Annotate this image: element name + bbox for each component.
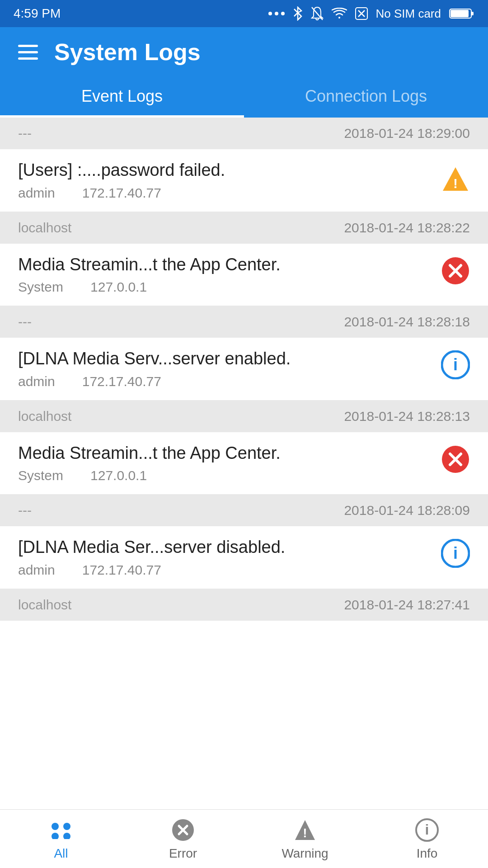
log-entry-user: admin [18,185,55,201]
nav-all[interactable]: All [0,810,122,868]
log-entry-meta: System 127.0.0.1 [18,279,430,295]
nav-warning-label: Warning [282,846,328,861]
log-header-row: localhost 2018-01-24 18:27:41 [0,589,488,621]
log-list: --- 2018-01-24 18:29:00 [Users] :....pas… [0,118,488,809]
no-sim-label: No SIM card [376,7,441,21]
nav-all-label: All [54,846,68,861]
log-header-sep: localhost [18,409,71,424]
log-entry-meta: admin 172.17.40.77 [18,562,430,578]
svg-point-25 [63,833,70,839]
log-header-row: --- 2018-01-24 18:29:00 [0,118,488,149]
nav-warning[interactable]: ! Warning [244,810,366,868]
log-entry-icon-container: ! [441,163,470,192]
svg-text:i: i [425,821,429,838]
status-bar: 4:59 PM No SIM card [0,0,488,27]
log-entry[interactable]: [DLNA Media Serv...server enabled. admin… [0,338,488,401]
log-entry-ip: 127.0.0.1 [90,468,147,483]
svg-text:i: i [453,544,458,562]
error-nav-icon [170,817,196,843]
svg-text:i: i [453,355,458,374]
log-header-date: 2018-01-24 18:28:22 [344,220,470,236]
status-icons: No SIM card [268,6,475,21]
svg-point-0 [268,12,272,15]
log-header-row: localhost 2018-01-24 18:28:13 [0,401,488,432]
log-header-row: --- 2018-01-24 18:28:18 [0,306,488,338]
svg-point-2 [281,12,285,15]
svg-rect-8 [450,10,469,17]
warning-icon: ! [441,165,470,190]
log-entry-user: admin [18,374,55,389]
svg-text:!: ! [303,826,307,840]
muted-bell-icon [311,6,324,21]
tab-bar: Event Logs Connection Logs [0,77,488,118]
warning-nav-icon: ! [292,817,318,843]
svg-text:!: ! [453,176,458,191]
log-entry-title: [DLNA Media Serv...server enabled. [18,349,430,369]
log-header-sep: localhost [18,597,71,613]
log-header-sep: --- [18,503,32,518]
log-entry-meta: System 127.0.0.1 [18,468,430,483]
log-entry-ip: 172.17.40.77 [82,185,161,201]
tab-event-logs[interactable]: Event Logs [0,77,244,118]
log-header-date: 2018-01-24 18:28:13 [344,409,470,424]
info-nav-icon: i [414,817,440,843]
log-entry-icon-container [441,257,470,286]
log-entry[interactable]: Media Streamin...t the App Center. Syste… [0,244,488,307]
log-entry-content: Media Streamin...t the App Center. Syste… [18,443,430,484]
log-entry-ip: 127.0.0.1 [90,279,147,295]
log-entry-title: [DLNA Media Ser...server disabled. [18,537,430,558]
log-header-date: 2018-01-24 18:27:41 [344,597,470,613]
status-time: 4:59 PM [14,6,61,21]
menu-button[interactable] [18,45,38,60]
log-entry[interactable]: [Users] :....password failed. admin 172.… [0,149,488,212]
log-entry-content: [DLNA Media Ser...server disabled. admin… [18,537,430,578]
nav-info[interactable]: i Info [366,810,488,868]
svg-point-23 [63,823,70,830]
nav-error-label: Error [169,846,197,861]
nav-info-label: Info [417,846,438,861]
log-header-date: 2018-01-24 18:28:18 [344,314,470,330]
log-entry-content: Media Streamin...t the App Center. Syste… [18,255,430,295]
log-header-sep: --- [18,314,32,330]
log-entry-icon-container: i [441,351,470,380]
log-entry-content: [DLNA Media Serv...server enabled. admin… [18,349,430,389]
svg-point-22 [52,823,59,830]
app-title: System Logs [54,38,201,66]
sim-icon [355,7,368,20]
log-entry-user: System [18,468,63,483]
log-entry-ip: 172.17.40.77 [82,562,161,578]
log-entry-user: admin [18,562,55,578]
log-header-row: localhost 2018-01-24 18:28:22 [0,212,488,244]
log-entry[interactable]: Media Streamin...t the App Center. Syste… [0,432,488,495]
info-icon: i [441,350,470,381]
svg-point-24 [52,833,59,839]
tab-connection-logs[interactable]: Connection Logs [244,77,488,118]
log-header-date: 2018-01-24 18:29:00 [344,126,470,141]
log-entry-title: [Users] :....password failed. [18,160,430,181]
log-entry-icon-container: i [441,540,470,569]
battery-icon [449,7,474,20]
log-entry-meta: admin 172.17.40.77 [18,374,430,389]
bluetooth-icon [293,6,303,21]
log-entry-meta: admin 172.17.40.77 [18,185,430,201]
info-icon: i [441,539,470,570]
log-header-row: --- 2018-01-24 18:28:09 [0,495,488,526]
svg-point-1 [275,12,278,15]
log-entry[interactable]: [DLNA Media Ser...server disabled. admin… [0,526,488,589]
log-header-sep: --- [18,126,32,141]
log-header-date: 2018-01-24 18:28:09 [344,503,470,518]
svg-rect-9 [471,12,474,15]
error-icon [441,445,470,476]
log-entry-user: System [18,279,63,295]
log-entry-ip: 172.17.40.77 [82,374,161,389]
log-entry-content: [Users] :....password failed. admin 172.… [18,160,430,201]
log-entry-icon-container [441,446,470,475]
grid-icon [48,817,74,843]
app-bar: System Logs [0,27,488,77]
bottom-nav: All Error ! Warning i Info [0,809,488,868]
log-entry-title: Media Streamin...t the App Center. [18,255,430,275]
error-icon [441,256,470,287]
nav-error[interactable]: Error [122,810,244,868]
log-entry-title: Media Streamin...t the App Center. [18,443,430,464]
log-header-sep: localhost [18,220,71,236]
